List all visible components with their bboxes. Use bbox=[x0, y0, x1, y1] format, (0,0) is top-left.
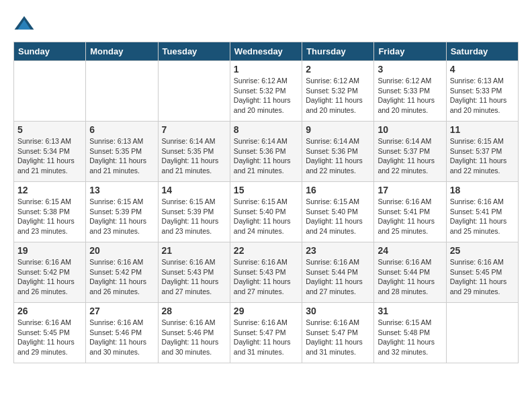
calendar-cell: 26 Sunrise: 6:16 AM Sunset: 5:45 PM Dayl… bbox=[14, 303, 86, 363]
sunset-text: Sunset: 5:37 PM bbox=[450, 147, 502, 155]
day-info: Sunrise: 6:12 AM Sunset: 5:33 PM Dayligh… bbox=[378, 76, 442, 116]
calendar-cell: 21 Sunrise: 6:16 AM Sunset: 5:43 PM Dayl… bbox=[158, 242, 230, 303]
sunset-text: Sunset: 5:43 PM bbox=[234, 268, 286, 276]
calendar-cell: 14 Sunrise: 6:15 AM Sunset: 5:39 PM Dayl… bbox=[158, 182, 230, 242]
sunset-text: Sunset: 5:40 PM bbox=[234, 208, 286, 216]
sunrise-text: Sunrise: 6:14 AM bbox=[162, 137, 216, 145]
day-info: Sunrise: 6:15 AM Sunset: 5:37 PM Dayligh… bbox=[450, 136, 515, 176]
day-info: Sunrise: 6:14 AM Sunset: 5:37 PM Dayligh… bbox=[378, 136, 442, 176]
sunrise-text: Sunrise: 6:15 AM bbox=[450, 137, 504, 145]
sunset-text: Sunset: 5:42 PM bbox=[17, 268, 70, 276]
sunrise-text: Sunrise: 6:15 AM bbox=[17, 197, 71, 205]
day-number: 8 bbox=[234, 124, 298, 135]
day-info: Sunrise: 6:14 AM Sunset: 5:35 PM Dayligh… bbox=[162, 136, 226, 176]
calendar-cell: 15 Sunrise: 6:15 AM Sunset: 5:40 PM Dayl… bbox=[230, 182, 302, 242]
daylight-text: Daylight: 11 hours and 25 minutes. bbox=[378, 217, 435, 235]
day-info: Sunrise: 6:16 AM Sunset: 5:46 PM Dayligh… bbox=[162, 318, 226, 357]
calendar-cell: 17 Sunrise: 6:16 AM Sunset: 5:41 PM Dayl… bbox=[374, 182, 446, 242]
sunset-text: Sunset: 5:38 PM bbox=[17, 208, 70, 216]
daylight-text: Daylight: 11 hours and 27 minutes. bbox=[234, 277, 291, 295]
sunset-text: Sunset: 5:42 PM bbox=[89, 268, 142, 276]
calendar-cell: 28 Sunrise: 6:16 AM Sunset: 5:46 PM Dayl… bbox=[158, 303, 230, 363]
page-header bbox=[13, 13, 519, 35]
day-info: Sunrise: 6:15 AM Sunset: 5:48 PM Dayligh… bbox=[378, 318, 442, 357]
calendar-cell: 22 Sunrise: 6:16 AM Sunset: 5:43 PM Dayl… bbox=[230, 242, 302, 303]
sunrise-text: Sunrise: 6:15 AM bbox=[234, 197, 287, 205]
day-header-friday: Friday bbox=[374, 42, 446, 61]
sunrise-text: Sunrise: 6:13 AM bbox=[17, 137, 71, 145]
sunrise-text: Sunrise: 6:16 AM bbox=[89, 318, 143, 326]
day-number: 9 bbox=[306, 124, 370, 135]
calendar-cell: 3 Sunrise: 6:12 AM Sunset: 5:33 PM Dayli… bbox=[374, 61, 446, 122]
calendar-cell: 19 Sunrise: 6:16 AM Sunset: 5:42 PM Dayl… bbox=[14, 242, 86, 303]
daylight-text: Daylight: 11 hours and 21 minutes. bbox=[234, 156, 291, 175]
daylight-text: Daylight: 11 hours and 32 minutes. bbox=[378, 338, 435, 356]
sunrise-text: Sunrise: 6:12 AM bbox=[234, 77, 287, 85]
day-number: 19 bbox=[17, 245, 82, 256]
day-info: Sunrise: 6:16 AM Sunset: 5:42 PM Dayligh… bbox=[89, 257, 154, 297]
sunset-text: Sunset: 5:47 PM bbox=[234, 328, 286, 336]
calendar-cell: 20 Sunrise: 6:16 AM Sunset: 5:42 PM Dayl… bbox=[86, 242, 158, 303]
day-info: Sunrise: 6:16 AM Sunset: 5:43 PM Dayligh… bbox=[234, 257, 298, 297]
sunrise-text: Sunrise: 6:16 AM bbox=[234, 318, 287, 326]
day-header-tuesday: Tuesday bbox=[158, 42, 230, 61]
calendar-cell: 30 Sunrise: 6:16 AM Sunset: 5:47 PM Dayl… bbox=[302, 303, 374, 363]
sunrise-text: Sunrise: 6:16 AM bbox=[450, 197, 504, 205]
calendar-cell: 9 Sunrise: 6:14 AM Sunset: 5:36 PM Dayli… bbox=[302, 122, 374, 182]
sunset-text: Sunset: 5:44 PM bbox=[378, 268, 430, 276]
daylight-text: Daylight: 11 hours and 23 minutes. bbox=[17, 217, 75, 235]
calendar-cell: 6 Sunrise: 6:13 AM Sunset: 5:35 PM Dayli… bbox=[86, 122, 158, 182]
daylight-text: Daylight: 11 hours and 25 minutes. bbox=[450, 217, 507, 235]
day-info: Sunrise: 6:15 AM Sunset: 5:39 PM Dayligh… bbox=[162, 197, 226, 236]
day-number: 17 bbox=[378, 185, 442, 195]
sunset-text: Sunset: 5:39 PM bbox=[89, 208, 142, 216]
calendar-cell bbox=[14, 61, 86, 122]
logo bbox=[13, 13, 38, 35]
day-header-wednesday: Wednesday bbox=[230, 42, 302, 61]
sunset-text: Sunset: 5:37 PM bbox=[378, 147, 430, 155]
day-number: 16 bbox=[306, 185, 370, 195]
calendar-week-row: 5 Sunrise: 6:13 AM Sunset: 5:34 PM Dayli… bbox=[14, 122, 519, 182]
day-number: 6 bbox=[89, 124, 154, 135]
sunrise-text: Sunrise: 6:16 AM bbox=[162, 318, 216, 326]
sunset-text: Sunset: 5:35 PM bbox=[89, 147, 142, 155]
day-number: 2 bbox=[306, 64, 370, 75]
sunset-text: Sunset: 5:32 PM bbox=[306, 87, 358, 95]
day-info: Sunrise: 6:16 AM Sunset: 5:47 PM Dayligh… bbox=[234, 318, 298, 357]
sunrise-text: Sunrise: 6:16 AM bbox=[378, 197, 431, 205]
day-number: 25 bbox=[450, 245, 515, 256]
sunrise-text: Sunrise: 6:14 AM bbox=[306, 137, 359, 145]
sunrise-text: Sunrise: 6:16 AM bbox=[306, 258, 359, 266]
calendar-week-row: 12 Sunrise: 6:15 AM Sunset: 5:38 PM Dayl… bbox=[14, 182, 519, 242]
sunset-text: Sunset: 5:36 PM bbox=[306, 147, 358, 155]
sunrise-text: Sunrise: 6:15 AM bbox=[306, 197, 359, 205]
day-info: Sunrise: 6:16 AM Sunset: 5:41 PM Dayligh… bbox=[378, 197, 442, 236]
daylight-text: Daylight: 11 hours and 31 minutes. bbox=[234, 338, 291, 356]
sunset-text: Sunset: 5:45 PM bbox=[17, 328, 70, 336]
day-number: 4 bbox=[450, 64, 515, 75]
sunset-text: Sunset: 5:35 PM bbox=[162, 147, 214, 155]
sunset-text: Sunset: 5:39 PM bbox=[162, 208, 214, 216]
day-info: Sunrise: 6:16 AM Sunset: 5:47 PM Dayligh… bbox=[306, 318, 370, 357]
day-number: 26 bbox=[17, 306, 82, 316]
day-number: 20 bbox=[89, 245, 154, 256]
sunset-text: Sunset: 5:44 PM bbox=[306, 268, 358, 276]
sunset-text: Sunset: 5:32 PM bbox=[234, 87, 286, 95]
daylight-text: Daylight: 11 hours and 27 minutes. bbox=[162, 277, 219, 295]
day-info: Sunrise: 6:16 AM Sunset: 5:45 PM Dayligh… bbox=[450, 257, 515, 297]
day-info: Sunrise: 6:16 AM Sunset: 5:45 PM Dayligh… bbox=[17, 318, 82, 357]
sunset-text: Sunset: 5:48 PM bbox=[378, 328, 430, 336]
day-number: 15 bbox=[234, 185, 298, 195]
sunrise-text: Sunrise: 6:16 AM bbox=[450, 258, 504, 266]
sunset-text: Sunset: 5:41 PM bbox=[378, 208, 430, 216]
day-number: 13 bbox=[89, 185, 154, 195]
day-number: 14 bbox=[162, 185, 226, 195]
calendar-header-row: SundayMondayTuesdayWednesdayThursdayFrid… bbox=[14, 42, 519, 61]
calendar-cell: 4 Sunrise: 6:13 AM Sunset: 5:33 PM Dayli… bbox=[446, 61, 518, 122]
daylight-text: Daylight: 11 hours and 27 minutes. bbox=[306, 277, 363, 295]
daylight-text: Daylight: 11 hours and 24 minutes. bbox=[306, 217, 363, 235]
daylight-text: Daylight: 11 hours and 24 minutes. bbox=[234, 217, 291, 235]
day-info: Sunrise: 6:13 AM Sunset: 5:34 PM Dayligh… bbox=[17, 136, 82, 176]
daylight-text: Daylight: 11 hours and 28 minutes. bbox=[378, 277, 435, 295]
day-header-saturday: Saturday bbox=[446, 42, 518, 61]
